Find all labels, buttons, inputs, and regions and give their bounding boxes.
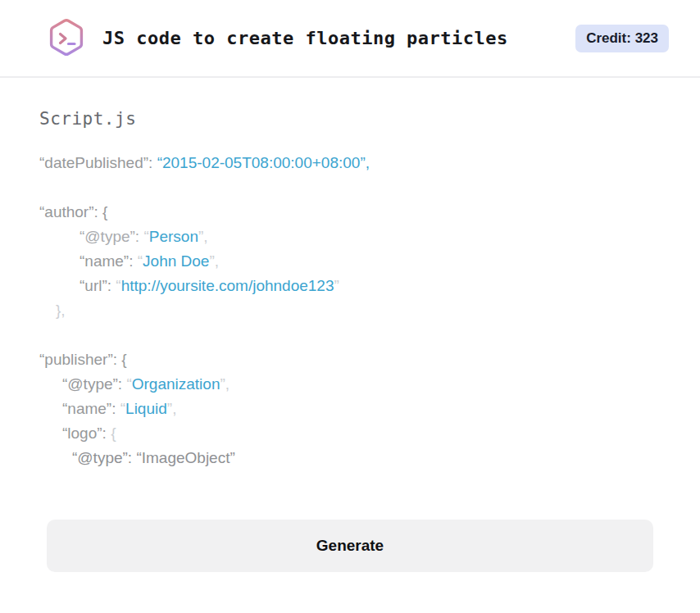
code-token: “logo”: xyxy=(62,425,111,442)
app-header: JS code to create floating particles Cre… xyxy=(0,0,700,78)
generate-button[interactable]: Generate xyxy=(47,520,653,572)
code-line: “@type”: “ImageObject” xyxy=(39,446,661,470)
code-token: , xyxy=(215,252,219,270)
code-line: “@type”: “Person”, xyxy=(39,225,661,249)
code-line xyxy=(39,323,661,347)
page-title: JS code to create floating particles xyxy=(102,28,508,48)
code-line: “logo”: { xyxy=(39,421,661,446)
code-token: Person xyxy=(149,228,198,245)
code-line xyxy=(39,175,661,200)
code-token: , xyxy=(203,228,207,245)
code-line: }, xyxy=(39,298,661,323)
credit-badge: Credit: 323 xyxy=(575,25,669,52)
code-line: “author”: { xyxy=(39,200,661,225)
code-token: ” xyxy=(334,277,339,294)
code-token: John Doe xyxy=(143,252,209,270)
code-token: }, xyxy=(56,302,66,319)
code-token: http://yoursite.com/johndoe123 xyxy=(121,277,334,294)
code-token: , xyxy=(225,375,230,393)
code-token: Liquid xyxy=(125,400,167,417)
code-token: “url”: xyxy=(80,277,116,294)
code-line: “name”: “Liquid”, xyxy=(39,397,661,421)
terminal-prompt-hexagon-icon xyxy=(47,18,86,59)
file-title: Script.js xyxy=(39,109,661,129)
code-line: “publisher”: { xyxy=(39,347,661,372)
code-token: “@type”: “ImageObject” xyxy=(72,449,235,466)
code-block: “datePublished”: “2015-02-05T08:00:00+08… xyxy=(39,151,661,470)
code-token: “@type”: xyxy=(62,375,126,393)
code-token: “@type”: xyxy=(80,228,143,245)
code-line: “datePublished”: “2015-02-05T08:00:00+08… xyxy=(39,151,661,175)
code-token: “2015-02-05T08:00:00+08:00”, xyxy=(157,154,370,171)
code-token: “datePublished”: xyxy=(39,154,157,171)
code-line: “@type”: “Organization”, xyxy=(39,372,661,397)
content-area: Script.js “datePublished”: “2015-02-05T0… xyxy=(0,109,700,572)
code-line: “url”: “http://yoursite.com/johndoe123” xyxy=(39,274,661,298)
code-token: “author”: { xyxy=(39,203,107,220)
code-token: “publisher”: { xyxy=(39,351,127,368)
code-line: “name”: “John Doe”, xyxy=(39,249,661,274)
code-token: “name”: xyxy=(80,252,138,270)
code-token: Organization xyxy=(132,375,220,393)
code-token: { xyxy=(111,425,116,442)
code-token: , xyxy=(172,400,176,417)
code-token: “name”: xyxy=(62,400,120,417)
